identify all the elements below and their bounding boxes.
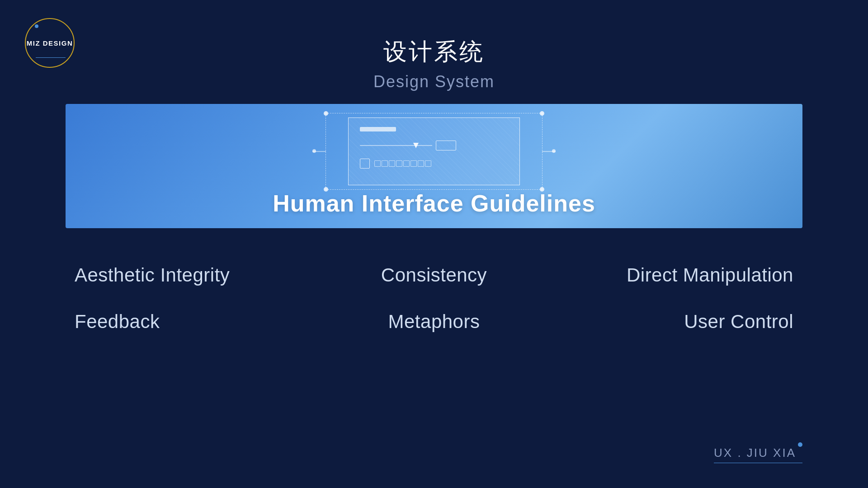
title-chinese: 设计系统	[0, 36, 868, 68]
mockup-inner	[348, 117, 520, 185]
grid-cell	[410, 160, 417, 167]
title-english: Design System	[0, 72, 868, 91]
mockup-slider-row	[360, 141, 508, 150]
mockup-side-left	[312, 151, 326, 152]
logo-dot	[35, 24, 38, 28]
corner-tr	[540, 111, 544, 116]
banner-title: Human Interface Guidelines	[273, 190, 595, 228]
signature: UX . JIU XIA	[714, 446, 802, 464]
mockup-content	[349, 118, 519, 178]
mockup-bar-top	[360, 127, 396, 131]
label-column-3: Direct Manipulation User Control	[557, 246, 802, 333]
mockup-grid	[374, 160, 431, 167]
signature-dot	[798, 442, 802, 447]
header: 设计系统 Design System	[0, 36, 868, 91]
grid-cell	[389, 160, 395, 167]
grid-cell	[396, 160, 402, 167]
signature-line	[714, 463, 802, 464]
mockup-slider-thumb	[413, 143, 419, 148]
mockup-outer	[326, 113, 542, 190]
corner-bl	[324, 187, 328, 192]
label-column-1: Aesthetic Integrity Feedback	[66, 246, 311, 333]
mockup-slider-track	[360, 145, 432, 146]
grid-cell	[382, 160, 388, 167]
signature-text: UX . JIU XIA	[714, 446, 802, 460]
labels-section: Aesthetic Integrity Feedback Consistency…	[66, 246, 802, 333]
mockup-small-rect	[436, 141, 456, 150]
label-column-2: Consistency Metaphors	[311, 246, 557, 333]
corner-tl	[324, 111, 328, 116]
grid-cell	[403, 160, 410, 167]
label-feedback: Feedback	[75, 311, 160, 333]
grid-cell	[425, 160, 431, 167]
label-aesthetic-integrity: Aesthetic Integrity	[75, 264, 230, 286]
grid-cell	[418, 160, 424, 167]
label-consistency: Consistency	[381, 264, 487, 286]
label-user-control: User Control	[684, 311, 793, 333]
ui-mockup	[326, 104, 542, 190]
mockup-checkbox	[360, 159, 370, 169]
mockup-bottom-row	[360, 159, 508, 169]
corner-br	[540, 187, 544, 192]
label-direct-manipulation: Direct Manipulation	[627, 264, 793, 286]
label-metaphors: Metaphors	[388, 311, 480, 333]
mockup-side-right	[542, 151, 556, 152]
banner: Human Interface Guidelines	[66, 104, 802, 228]
grid-cell	[374, 160, 381, 167]
